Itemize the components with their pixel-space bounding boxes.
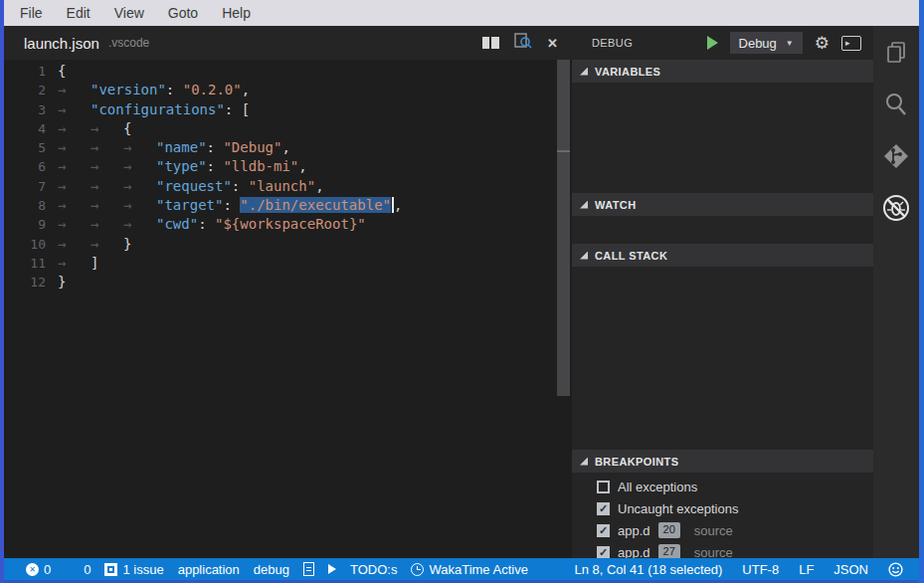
error-icon: ✕ <box>26 563 39 576</box>
error-count-value: 0 <box>44 562 51 577</box>
warning-count-value: 0 <box>84 562 91 577</box>
language-label: JSON <box>833 562 868 577</box>
debug-status[interactable]: debug <box>254 562 289 577</box>
encoding-selector[interactable]: UTF-8 <box>742 562 779 577</box>
title-actions: ✕ <box>482 33 558 53</box>
breakpoint-row[interactable]: All exceptions <box>572 476 873 497</box>
menu-item-view[interactable]: View <box>114 5 144 21</box>
language-selector[interactable]: JSON <box>833 562 868 577</box>
close-editor-icon[interactable]: ✕ <box>547 37 558 50</box>
menu-item-goto[interactable]: Goto <box>168 5 198 21</box>
section-header-breakpoints[interactable]: BREAKPOINTS <box>572 450 873 473</box>
code-token: , <box>394 197 402 213</box>
code-token: → <box>91 235 123 254</box>
wakatime-status[interactable]: WakaTime Active <box>411 562 527 577</box>
warning-count[interactable]: ! 0 <box>65 562 91 577</box>
error-count[interactable]: ✕ 0 <box>26 562 51 577</box>
code-token: : <box>207 139 224 155</box>
eol-selector[interactable]: LF <box>799 562 814 577</box>
code-line[interactable]: 12} <box>4 273 572 292</box>
encoding-label: UTF-8 <box>742 562 779 577</box>
code-line[interactable]: 2→"version": "0.2.0", <box>4 81 572 99</box>
selected-text: "./bin/executable" <box>240 197 391 213</box>
code-token: { <box>123 120 131 136</box>
code-token: "type" <box>156 158 207 174</box>
checkbox-checked[interactable]: ✓ <box>597 524 610 537</box>
code-line[interactable]: 10→→} <box>4 235 572 254</box>
section-label: CALL STACK <box>595 250 667 262</box>
code-token: → <box>91 138 123 157</box>
code-token: , <box>315 178 323 194</box>
code-token: → <box>58 157 91 176</box>
code-token: : <box>232 178 249 194</box>
twisty-icon <box>580 201 588 209</box>
code-line[interactable]: 8→→→"target": "./bin/executable", <box>4 196 572 215</box>
code-line[interactable]: 7→→→"request": "launch", <box>4 177 572 196</box>
watch-content <box>572 216 873 244</box>
line-number-badge: 20 <box>658 522 680 537</box>
preview-icon[interactable] <box>514 33 532 53</box>
split-editor-icon[interactable] <box>482 37 499 49</box>
search-icon[interactable] <box>881 90 911 119</box>
run-status[interactable] <box>328 564 336 574</box>
notes-status[interactable] <box>303 562 314 576</box>
activity-bar <box>873 26 919 558</box>
start-debug-icon[interactable] <box>707 36 718 50</box>
code-editor[interactable]: 1{2→"version": "0.2.0",3→"configurations… <box>4 60 572 558</box>
breakpoint-row[interactable]: ✓Uncaught exceptions <box>572 497 873 519</box>
debug-console-icon[interactable]: ▸ <box>841 36 861 51</box>
code-token: → <box>91 177 123 196</box>
chevron-down-icon: ▼ <box>786 39 794 48</box>
code-token: "Debug" <box>223 139 281 155</box>
code-token: : [ <box>225 101 250 117</box>
debug-panel: DEBUG Debug ▼ ⚙ ▸ VARIABLES WATCH <box>572 26 873 558</box>
play-icon <box>328 564 336 574</box>
cursor-position-label: Ln 8, Col 41 (18 selected) <box>574 562 722 577</box>
code-token: "cwd" <box>156 216 198 232</box>
code-line[interactable]: 11→] <box>4 254 572 273</box>
code-line[interactable]: 4→→{ <box>4 119 572 138</box>
application-status[interactable]: application <box>178 562 240 577</box>
cursor-position[interactable]: Ln 8, Col 41 (18 selected) <box>574 562 722 577</box>
debug-label: debug <box>254 562 289 577</box>
code-lines: 1{2→"version": "0.2.0",3→"configurations… <box>4 62 572 292</box>
code-token: → <box>58 215 91 234</box>
todos-status[interactable]: TODO:s <box>350 562 397 577</box>
feedback-smiley[interactable] <box>888 562 903 577</box>
application-label: application <box>178 562 240 577</box>
menu-item-help[interactable]: Help <box>222 5 251 21</box>
vscode-window: FileEditViewGotoHelp launch.json .vscode <box>0 0 924 583</box>
debug-disabled-icon[interactable] <box>881 193 911 223</box>
code-line[interactable]: 1{ <box>4 62 572 81</box>
code-line[interactable]: 6→→→"type": "lldb-mi", <box>4 157 572 176</box>
explorer-icon[interactable] <box>881 38 911 68</box>
checkbox-checked[interactable]: ✓ <box>597 502 610 515</box>
menu-item-edit[interactable]: Edit <box>67 5 91 21</box>
section-header-variables[interactable]: VARIABLES <box>572 60 873 83</box>
issues-status[interactable]: 1 issue <box>104 562 163 577</box>
debug-config-dropdown[interactable]: Debug ▼ <box>730 32 803 54</box>
code-token: → <box>58 138 91 157</box>
code-token: → <box>91 157 123 176</box>
checkbox-checked[interactable]: ✓ <box>597 546 610 559</box>
code-token: { <box>58 63 66 79</box>
breakpoint-label: Uncaught exceptions <box>618 501 738 516</box>
breakpoint-row[interactable]: ✓app.d20source <box>572 519 873 541</box>
menu-item-file[interactable]: File <box>20 5 43 21</box>
code-line[interactable]: 5→→→"name": "Debug", <box>4 138 572 157</box>
editor-scrollbar[interactable] <box>557 60 570 396</box>
section-header-watch[interactable]: WATCH <box>572 193 873 216</box>
breakpoint-row[interactable]: ✓app.d27source <box>572 541 873 558</box>
code-token: "launch" <box>249 178 315 194</box>
twisty-icon <box>580 68 588 76</box>
section-header-call-stack[interactable]: CALL STACK <box>572 244 873 267</box>
checkbox-unchecked[interactable] <box>597 481 610 493</box>
section-label: VARIABLES <box>595 66 660 78</box>
code-line[interactable]: 9→→→"cwd": "${workspaceRoot}" <box>4 215 572 234</box>
code-token: "${workspaceRoot}" <box>215 216 366 232</box>
gear-icon[interactable]: ⚙ <box>815 35 830 52</box>
code-line[interactable]: 3→"configurations": [ <box>4 100 572 119</box>
git-icon[interactable] <box>881 141 911 171</box>
code-token: → <box>91 196 123 215</box>
line-number: 11 <box>4 254 46 273</box>
